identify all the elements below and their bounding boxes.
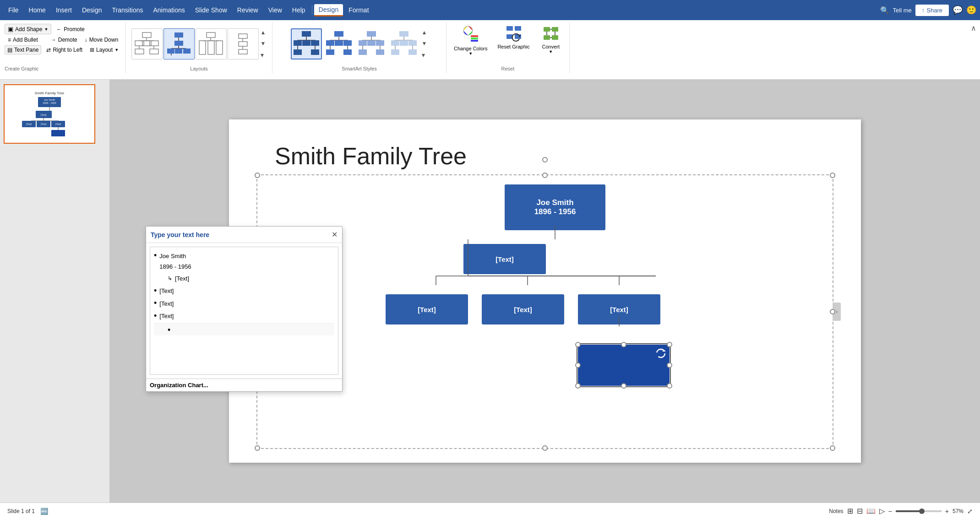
comments-icon[interactable]: 💬 <box>953 5 963 15</box>
smartart-scroll-arrows: ▲ ▼ ▾ <box>421 28 428 59</box>
node-handle-br[interactable] <box>667 383 672 389</box>
demote-label: Demote <box>58 37 77 43</box>
slide-thumb-1[interactable]: Smith Family Tree Joe Smith 1896 - 1956 … <box>4 84 95 144</box>
smartart-style-4[interactable] <box>388 28 419 59</box>
layout-item-2[interactable] <box>163 28 195 59</box>
svg-rect-75 <box>471 38 478 39</box>
node-handle-tc[interactable] <box>621 342 626 347</box>
layout-button[interactable]: ⊞ Layout ▼ <box>87 45 121 54</box>
selection-handle-tc[interactable] <box>542 173 548 178</box>
layout-item-3[interactable] <box>196 28 227 59</box>
org-node-child3[interactable]: [Text] <box>482 294 564 324</box>
menu-help[interactable]: Help <box>288 5 310 16</box>
promote-icon: ← <box>56 26 62 32</box>
menu-slideshow[interactable]: Slide Show <box>191 5 232 16</box>
smartart-style-2[interactable] <box>323 28 354 59</box>
svg-text:[Text]: [Text] <box>41 123 47 125</box>
change-colors-dropdown[interactable]: ▼ <box>468 51 473 56</box>
zoom-in-icon[interactable]: + <box>945 508 949 515</box>
svg-rect-62 <box>399 31 408 37</box>
node-handle-tl[interactable] <box>575 342 581 347</box>
menu-right-area: 🔍 Tell me ↑ Share 💬 🙂 <box>880 5 976 16</box>
text-pane-footer-btn[interactable]: Organization Chart... <box>146 378 342 391</box>
org-node-child4[interactable]: [Text] <box>578 294 660 324</box>
smartart-style-1[interactable] <box>291 28 322 59</box>
menu-view[interactable]: View <box>264 5 287 16</box>
promote-button[interactable]: ← Promote <box>54 25 87 34</box>
smartart-scroll-up[interactable]: ▲ <box>421 28 428 37</box>
menu-file[interactable]: File <box>4 5 23 16</box>
svg-text:1896 - 1956: 1896 - 1956 <box>43 102 56 104</box>
svg-text:Joe Smith: Joe Smith <box>44 98 55 101</box>
slide-sorter-icon[interactable]: ⊟ <box>857 507 863 515</box>
share-button[interactable]: ↑ Share <box>915 5 949 16</box>
menu-design-tab[interactable]: Design <box>77 5 107 16</box>
fit-slide-icon[interactable]: ⤢ <box>967 508 973 515</box>
org-node-child1[interactable]: [Text] <box>463 244 546 274</box>
text-pane-button[interactable]: ▤ Text Pane <box>5 45 41 54</box>
selection-handle-bl[interactable] <box>255 445 260 451</box>
svg-rect-84 <box>544 35 550 40</box>
menu-format[interactable]: Format <box>344 5 373 16</box>
normal-view-icon[interactable]: ⊞ <box>847 507 853 515</box>
rotation-cursor[interactable] <box>656 348 666 358</box>
change-colors-button[interactable]: Change Colors ▼ <box>451 24 490 57</box>
selection-handle-tl[interactable] <box>255 173 260 178</box>
selection-handle-br[interactable] <box>830 445 835 451</box>
selection-handle-mr[interactable] <box>830 309 835 314</box>
smiley-icon[interactable]: 🙂 <box>966 5 976 15</box>
tell-me-input[interactable]: Tell me <box>893 7 912 14</box>
text-pane-body[interactable]: • Joe Smith 1896 - 1956 ↳ [Text] • [Text… <box>150 247 338 375</box>
convert-button[interactable]: Convert ▼ <box>537 24 565 55</box>
selection-handle-tr[interactable] <box>830 173 835 178</box>
move-handle-top[interactable] <box>542 157 548 162</box>
org-node-root[interactable]: Joe Smith1896 - 1956 <box>505 184 605 230</box>
layout-scroll-down[interactable]: ▼ <box>260 39 267 48</box>
slideshow-icon[interactable]: ▷ <box>879 507 885 515</box>
zoom-slider-thumb[interactable] <box>919 508 925 514</box>
layout-dropdown-icon[interactable]: ▼ <box>114 48 119 52</box>
org-node-grandchild[interactable] <box>578 345 670 386</box>
zoom-level[interactable]: 57% <box>953 508 964 514</box>
node-handle-mr[interactable] <box>667 362 672 368</box>
smartart-scroll-more[interactable]: ▾ <box>421 50 428 59</box>
layout-scroll-up[interactable]: ▲ <box>260 28 267 37</box>
node-handle-bl[interactable] <box>575 383 581 389</box>
layout-scroll-more[interactable]: ▾ <box>260 50 267 59</box>
reading-view-icon[interactable]: 📖 <box>866 507 876 515</box>
smartart-scroll-down[interactable]: ▼ <box>421 39 428 48</box>
node-handle-tr[interactable] <box>667 342 672 347</box>
add-shape-button[interactable]: ▣ Add Shape ▼ <box>5 24 51 34</box>
demote-button[interactable]: → Demote <box>49 35 80 44</box>
notes-button[interactable]: Notes <box>829 508 843 514</box>
node-handle-bc[interactable] <box>621 383 626 389</box>
menu-home[interactable]: Home <box>24 5 50 16</box>
menu-transitions[interactable]: Transitions <box>108 5 148 16</box>
canvas-area[interactable]: Smith Family Tree <box>110 80 980 503</box>
menu-animations[interactable]: Animations <box>148 5 189 16</box>
smartart-container[interactable]: Joe Smith1896 - 1956 [Text] [Text] [Text… <box>256 174 833 449</box>
selection-handle-bc[interactable] <box>542 445 548 451</box>
node-handle-ml[interactable] <box>575 362 581 368</box>
zoom-out-icon[interactable]: − <box>888 508 892 515</box>
convert-label: Convert <box>542 44 560 49</box>
layout-svg-4 <box>230 32 256 57</box>
menu-design-active[interactable]: Design <box>314 4 343 16</box>
right-to-left-button[interactable]: ⇄ Right to Left <box>44 45 85 54</box>
layout-scroll-arrows: ▲ ▼ ▾ <box>260 28 267 59</box>
text-pane-close-button[interactable]: ✕ <box>332 230 338 239</box>
zoom-slider[interactable] <box>896 510 942 512</box>
layout-item-1[interactable] <box>131 28 163 59</box>
svg-rect-66 <box>400 40 408 46</box>
reset-graphic-button[interactable]: Reset Graphic <box>495 24 532 51</box>
org-node-child2[interactable]: [Text] <box>386 294 468 324</box>
add-bullet-button[interactable]: ≡ Add Bullet <box>5 35 40 44</box>
smartart-style-3[interactable] <box>356 28 387 59</box>
menu-review[interactable]: Review <box>233 5 263 16</box>
ribbon-collapse-button[interactable]: ∧ <box>967 22 980 34</box>
convert-dropdown[interactable]: ▼ <box>549 49 553 54</box>
add-shape-dropdown-icon[interactable]: ▼ <box>44 27 48 32</box>
menu-insert[interactable]: Insert <box>51 5 76 16</box>
move-down-button[interactable]: ↓ Move Down <box>82 35 120 44</box>
layout-item-4[interactable] <box>228 28 259 59</box>
